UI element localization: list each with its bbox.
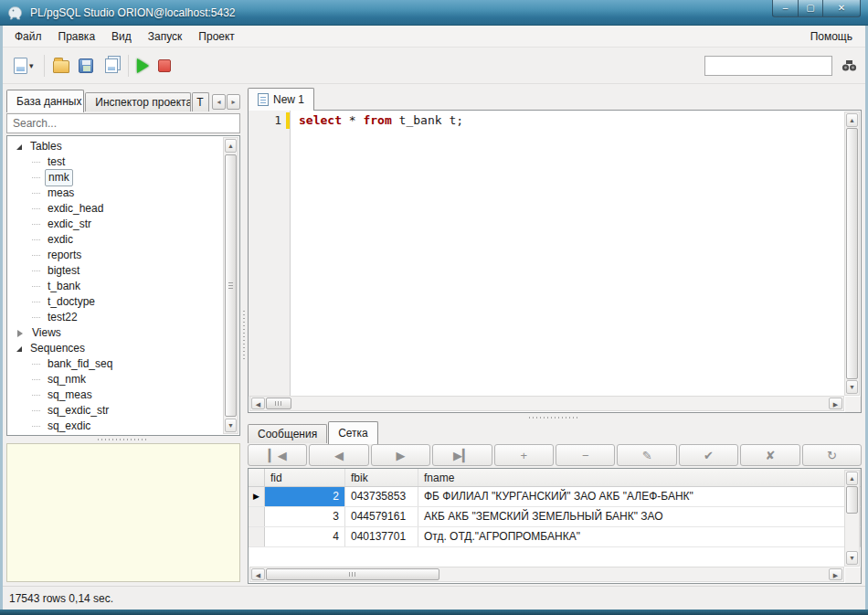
- grid-horizontal-scrollbar[interactable]: ◀ ▶: [249, 567, 844, 582]
- scrollbar-thumb[interactable]: [266, 568, 439, 580]
- tree-item-exdic-head[interactable]: exdic_head: [13, 201, 239, 217]
- insert-record-button[interactable]: +: [494, 444, 554, 466]
- menu-file[interactable]: Файл: [6, 27, 50, 46]
- expanded-icon[interactable]: [16, 144, 22, 150]
- open-file-button[interactable]: [49, 54, 73, 77]
- scroll-up-icon[interactable]: ▲: [846, 472, 858, 485]
- column-header-fid[interactable]: fid: [265, 469, 345, 486]
- tree-group-sequences[interactable]: Sequences: [13, 341, 239, 356]
- sql-editor[interactable]: 1 select * from t_bank t; ▲ ▼ ◀ ▶: [248, 110, 862, 413]
- tree-item-test[interactable]: test: [13, 154, 239, 170]
- tab-project-inspector[interactable]: Инспектор проекта: [85, 92, 191, 111]
- last-record-button[interactable]: ▶▎: [432, 444, 492, 466]
- menu-project[interactable]: Проект: [190, 27, 243, 46]
- run-query-button[interactable]: [133, 55, 153, 77]
- scrollbar-thumb[interactable]: [846, 128, 858, 379]
- expanded-icon[interactable]: [16, 346, 22, 352]
- cell-fbik[interactable]: 040137701: [345, 527, 418, 546]
- scrollbar-thumb[interactable]: [266, 398, 291, 409]
- cell-fbik[interactable]: 044579161: [345, 507, 418, 526]
- chevron-down-icon[interactable]: ▾: [29, 61, 34, 70]
- close-button[interactable]: ✕: [823, 0, 861, 17]
- grid-vertical-scrollbar[interactable]: ▲ ▼: [844, 470, 860, 567]
- tree-item-bank-fid-seq[interactable]: bank_fid_seq: [13, 356, 239, 372]
- scroll-down-icon[interactable]: ▼: [846, 551, 858, 565]
- scroll-left-icon[interactable]: ◀: [251, 398, 265, 409]
- cell-fname[interactable]: Отд. ОТД."АГРОПРОМБАНКА": [418, 527, 861, 546]
- prior-record-button[interactable]: ◀: [309, 444, 368, 466]
- editor-horizontal-scrollbar[interactable]: ◀ ▶: [249, 396, 844, 411]
- cell-fid[interactable]: 2: [265, 487, 345, 506]
- menu-help[interactable]: Помощь: [801, 27, 862, 46]
- scroll-down-icon[interactable]: ▼: [225, 419, 237, 432]
- find-button[interactable]: [840, 58, 858, 74]
- tab-database[interactable]: База данных: [6, 90, 84, 112]
- tree-item-t-bank[interactable]: t_bank: [13, 279, 239, 294]
- scrollbar-thumb[interactable]: [846, 486, 858, 514]
- tab-grid[interactable]: Сетка: [328, 421, 378, 444]
- tree-item-bigtest[interactable]: bigtest: [13, 263, 239, 279]
- editor-vertical-scrollbar[interactable]: ▲ ▼: [844, 111, 860, 396]
- minimize-button[interactable]: –: [772, 0, 799, 17]
- tree-item-sq-exdic-str[interactable]: sq_exdic_str: [13, 403, 239, 419]
- tab-scroll-right-icon[interactable]: ▸: [227, 94, 240, 110]
- scroll-up-icon[interactable]: ▲: [846, 113, 858, 127]
- stop-query-button[interactable]: [154, 56, 175, 76]
- cancel-edit-button[interactable]: ✘: [740, 444, 799, 466]
- menu-edit[interactable]: Правка: [50, 27, 104, 46]
- sidebar-search-input[interactable]: [6, 113, 240, 133]
- next-record-button[interactable]: ▶: [371, 444, 430, 466]
- column-header-fbik[interactable]: fbik: [345, 469, 418, 486]
- first-record-button[interactable]: ▎◀: [248, 444, 307, 466]
- tree-group-tables[interactable]: Tables: [13, 139, 239, 154]
- cell-fid[interactable]: 3: [265, 507, 345, 526]
- sidebar-splitter[interactable]: [6, 436, 240, 443]
- tree-item-test22[interactable]: test22: [13, 310, 239, 325]
- scroll-right-icon[interactable]: ▶: [829, 398, 842, 409]
- new-file-button[interactable]: ▾: [10, 54, 37, 78]
- scroll-up-icon[interactable]: ▲: [225, 139, 237, 153]
- notes-panel[interactable]: [6, 443, 240, 582]
- refresh-data-button[interactable]: ↻: [802, 444, 862, 466]
- scrollbar-thumb[interactable]: [225, 154, 237, 417]
- scroll-down-icon[interactable]: ▼: [846, 380, 858, 394]
- tree-item-meas[interactable]: meas: [13, 186, 239, 201]
- menu-view[interactable]: Вид: [103, 27, 140, 46]
- cell-fname[interactable]: АКБ АКБ "ЗЕМСКИЙ ЗЕМЕЛЬНЫЙ БАНК" ЗАО: [418, 507, 861, 526]
- toolbar-search-input[interactable]: [704, 56, 832, 76]
- column-header-fname[interactable]: fname: [418, 469, 861, 486]
- post-edit-button[interactable]: ✔: [679, 444, 738, 466]
- tree-item-sq-meas[interactable]: sq_meas: [13, 387, 239, 403]
- main-vertical-splitter[interactable]: [240, 88, 248, 584]
- scroll-left-icon[interactable]: ◀: [251, 568, 265, 580]
- scroll-right-icon[interactable]: ▶: [829, 568, 842, 580]
- tree-item-sq-nmk[interactable]: sq_nmk: [13, 372, 239, 387]
- save-all-button[interactable]: [99, 55, 122, 77]
- tab-scroll-left-icon[interactable]: ◂: [212, 94, 226, 110]
- maximize-button[interactable]: ▢: [799, 0, 823, 17]
- cell-fid[interactable]: 4: [265, 527, 345, 546]
- collapsed-icon[interactable]: [17, 330, 23, 337]
- table-row[interactable]: 3 044579161 АКБ АКБ "ЗЕМСКИЙ ЗЕМЕЛЬНЫЙ Б…: [249, 507, 861, 527]
- delete-record-button[interactable]: −: [556, 444, 615, 466]
- tree-item-exdic[interactable]: exdic: [13, 232, 239, 248]
- table-row[interactable]: ▶ 2 043735853 ФБ ФИЛИАЛ "КУРГАНСКИЙ" ЗАО…: [249, 487, 861, 507]
- edit-record-button[interactable]: ✎: [617, 444, 676, 466]
- tree-item-t-doctype[interactable]: t_doctype: [13, 294, 239, 310]
- save-file-button[interactable]: [75, 55, 97, 77]
- tree-group-views[interactable]: Views: [13, 325, 239, 341]
- table-row[interactable]: 4 040137701 Отд. ОТД."АГРОПРОМБАНКА": [249, 527, 861, 547]
- cell-fbik[interactable]: 043735853: [345, 487, 418, 506]
- tab-truncated[interactable]: Т: [192, 92, 209, 111]
- tab-messages[interactable]: Сообщения: [248, 424, 327, 443]
- tree-item-exdic-str[interactable]: exdic_str: [13, 217, 239, 232]
- tree-item-sq-exdic[interactable]: sq_exdic: [13, 419, 239, 434]
- editor-results-splitter[interactable]: [248, 413, 862, 421]
- code-line[interactable]: select * from t_bank t;: [291, 112, 844, 129]
- tree-item-reports[interactable]: reports: [13, 248, 239, 263]
- tree-vertical-scrollbar[interactable]: ▲ ▼: [223, 137, 238, 434]
- menu-run[interactable]: Запуск: [140, 27, 191, 46]
- tab-new1[interactable]: New 1: [248, 88, 314, 111]
- tree-item-nmk[interactable]: nmk: [13, 170, 239, 186]
- cell-fname[interactable]: ФБ ФИЛИАЛ "КУРГАНСКИЙ" ЗАО АКБ "АЛЕФ-БАН…: [418, 487, 861, 506]
